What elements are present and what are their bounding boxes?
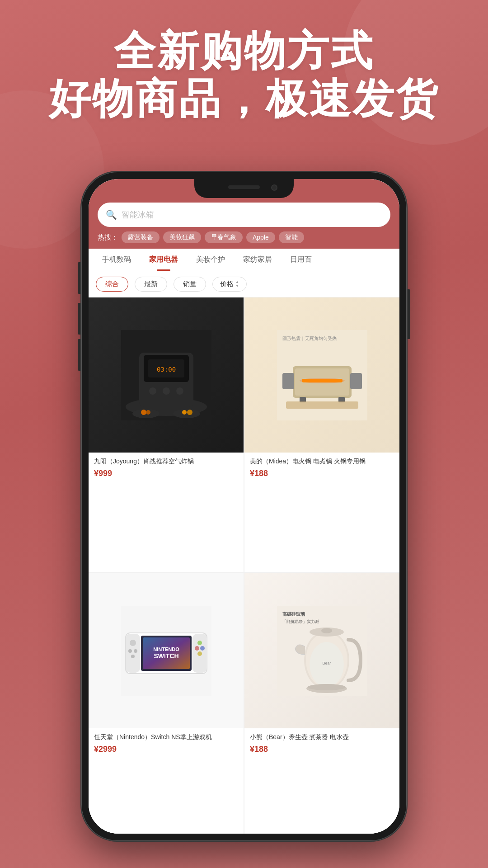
product-card-pan[interactable]: 圆形热震｜无死角均匀受热 (244, 297, 399, 572)
svg-point-32 (134, 649, 137, 653)
product-name-pan: 美的（Midea）电火锅 电煮锅 火锅专用锅 (250, 457, 394, 466)
product-image-airfryer: 03:00 (89, 297, 244, 453)
hot-tag-camping[interactable]: 露营装备 (122, 231, 160, 243)
search-bar[interactable]: 🔍 智能冰箱 + (98, 203, 390, 227)
svg-point-14 (187, 410, 192, 415)
product-price-kettle: ¥188 (250, 745, 394, 754)
tab-daily[interactable]: 日用百 (281, 249, 321, 271)
svg-point-31 (128, 649, 132, 653)
phone-mockup: 🔍 智能冰箱 + 热搜： 露营装备 美妆狂飙 早春气象 Apple 智能 (81, 172, 407, 868)
product-info-airfryer: 九阳（Joyoung）肖战推荐空气炸锅 ¥999 (89, 453, 244, 483)
svg-point-12 (173, 409, 200, 418)
product-info-pan: 美的（Midea）电火锅 电煮锅 火锅专用锅 ¥188 (244, 453, 399, 483)
product-name-airfryer: 九阳（Joyoung）肖战推荐空气炸锅 (94, 457, 238, 466)
search-icon: 🔍 (106, 209, 117, 220)
product-name-kettle: 小熊（Bear）养生壶 煮茶器 电水壶 (250, 733, 394, 742)
svg-point-21 (300, 378, 345, 383)
product-card-kettle[interactable]: 高硼硅玻璃 「能抗易净」实力派 (244, 573, 399, 834)
svg-rect-23 (350, 373, 362, 389)
phone-notch (194, 179, 294, 198)
hot-tag-beauty[interactable]: 美妆狂飙 (163, 231, 201, 243)
phone-outer: 🔍 智能冰箱 + 热搜： 露营装备 美妆狂飙 早春气象 Apple 智能 (81, 172, 407, 841)
phone-screen: 🔍 智能冰箱 + 热搜： 露营装备 美妆狂飙 早春气象 Apple 智能 (89, 179, 399, 834)
product-price-airfryer: ¥999 (94, 469, 238, 478)
price-sort-arrows: ▲ ▼ (235, 280, 239, 288)
svg-point-30 (130, 640, 136, 646)
tab-beauty[interactable]: 美妆个护 (187, 249, 234, 271)
tab-phones[interactable]: 手机数码 (93, 249, 140, 271)
svg-point-10 (141, 410, 146, 415)
hot-search-label: 热搜： (98, 233, 118, 242)
svg-point-56 (308, 684, 346, 690)
svg-rect-22 (282, 373, 294, 389)
svg-point-38 (197, 651, 202, 656)
product-card-switch[interactable]: NINTENDO SWITCH (89, 573, 244, 834)
svg-point-52 (321, 628, 332, 633)
svg-point-11 (146, 410, 150, 415)
product-price-pan: ¥188 (250, 469, 394, 478)
speaker (228, 185, 260, 189)
svg-text:Bear: Bear (322, 661, 331, 665)
svg-text:圆形热震｜无死角均匀受热: 圆形热震｜无死角均匀受热 (282, 336, 337, 341)
filter-comprehensive[interactable]: 综合 (96, 277, 128, 292)
product-info-kettle: 小熊（Bear）养生壶 煮茶器 电水壶 ¥188 (244, 728, 399, 759)
hot-tag-spring[interactable]: 早春气象 (205, 231, 243, 243)
svg-point-13 (182, 410, 187, 415)
filter-price[interactable]: 价格 ▲ ▼ (212, 277, 247, 292)
svg-text:NINTENDO: NINTENDO (153, 646, 179, 652)
product-name-switch: 任天堂（Nintendo）Switch NS掌上游戏机 (94, 733, 238, 742)
filter-sales[interactable]: 销量 (174, 277, 206, 292)
search-input-placeholder[interactable]: 智能冰箱 (122, 209, 362, 220)
product-price-switch: ¥2999 (94, 745, 238, 754)
product-card-airfryer[interactable]: 03:00 (89, 297, 244, 572)
svg-point-33 (131, 655, 135, 658)
svg-point-35 (197, 641, 202, 645)
product-grid: 03:00 (89, 297, 399, 834)
app-content: 🔍 智能冰箱 + 热搜： 露营装备 美妆狂飙 早春气象 Apple 智能 (89, 179, 399, 834)
tab-home[interactable]: 家纺家居 (234, 249, 281, 271)
hot-search-row: 热搜： 露营装备 美妆狂飙 早春气象 Apple 智能 (98, 231, 390, 243)
svg-text:03:00: 03:00 (156, 366, 175, 373)
product-image-pan: 圆形热震｜无死角均匀受热 (244, 297, 399, 453)
svg-rect-29 (126, 634, 140, 673)
product-info-switch: 任天堂（Nintendo）Switch NS掌上游戏机 ¥2999 (89, 728, 244, 759)
svg-point-37 (200, 646, 205, 651)
hot-tag-apple[interactable]: Apple (246, 232, 275, 243)
hero-title: 全新购物方式 好物商品，极速发货 (0, 27, 488, 123)
tab-appliances[interactable]: 家用电器 (140, 249, 187, 271)
hero-section: 全新购物方式 好物商品，极速发货 (0, 27, 488, 123)
svg-text:高硼硅玻璃: 高硼硅玻璃 (282, 612, 305, 617)
filter-newest[interactable]: 最新 (135, 277, 167, 292)
svg-point-36 (195, 646, 199, 651)
svg-point-7 (163, 387, 170, 395)
search-add-button[interactable]: + (367, 207, 382, 222)
svg-rect-26 (286, 401, 358, 409)
svg-point-8 (176, 387, 183, 395)
svg-text:SWITCH: SWITCH (154, 652, 178, 660)
product-image-kettle: 高硼硅玻璃 「能抗易净」实力派 (244, 573, 399, 728)
product-image-switch: NINTENDO SWITCH (89, 573, 244, 728)
category-tabs: 手机数码 家用电器 美妆个护 家纺家居 日用百 (89, 249, 399, 271)
svg-text:「能抗易净」实力派: 「能抗易净」实力派 (282, 619, 319, 624)
hot-tag-smart[interactable]: 智能 (279, 231, 304, 243)
filter-row: 综合 最新 销量 价格 ▲ ▼ (89, 271, 399, 297)
camera (271, 184, 277, 191)
svg-point-6 (149, 387, 156, 395)
